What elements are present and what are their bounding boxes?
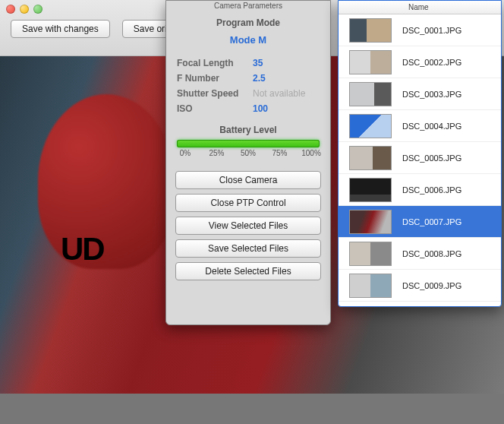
thumbnail-icon [349, 82, 392, 106]
param-label: Focal Length [177, 58, 253, 68]
file-name: DSC_0006.JPG [402, 185, 461, 195]
file-row[interactable]: DSC_0004.JPG [339, 110, 501, 142]
file-list-panel: Name DSC_0001.JPGDSC_0002.JPGDSC_0003.JP… [338, 0, 502, 307]
thumbnail-icon [349, 114, 392, 138]
battery-level-bar [177, 140, 320, 147]
thumbnail-icon [349, 18, 392, 43]
file-row[interactable]: DSC_0008.JPG [339, 238, 501, 270]
file-name: DSC_0007.JPG [402, 217, 461, 226]
file-list[interactable]: DSC_0001.JPGDSC_0002.JPGDSC_0003.JPGDSC_… [339, 14, 501, 306]
param-shutter-speed: Shutter Speed Not available [177, 88, 320, 99]
close-camera-button[interactable]: Close Camera [175, 171, 321, 189]
file-row[interactable]: DSC_0007.JPG [339, 206, 501, 238]
close-ptp-button[interactable]: Close PTP Control [175, 194, 321, 212]
status-strip [0, 394, 504, 424]
program-mode-value: Mode M [166, 34, 330, 46]
tick: 75% [269, 149, 291, 157]
thumbnail-icon [349, 210, 392, 234]
window-controls [6, 5, 43, 14]
param-label: ISO [177, 103, 253, 114]
camera-parameters-panel: Camera Parameters Program Mode Mode M Fo… [165, 0, 331, 325]
param-iso: ISO 100 [177, 103, 320, 114]
battery-ticks: 0% 25% 50% 75% 100% [174, 149, 323, 157]
delete-selected-button[interactable]: Delete Selected Files [175, 262, 321, 280]
param-value: 35 [253, 58, 263, 68]
battery-heading: Battery Level [166, 125, 330, 135]
file-name: DSC_0003.JPG [402, 90, 461, 99]
thumbnail-icon [349, 242, 392, 266]
file-row[interactable]: DSC_0001.JPG [339, 14, 501, 46]
panel-title: Camera Parameters [166, 1, 330, 10]
param-f-number: F Number 2.5 [177, 73, 320, 84]
param-label: Shutter Speed [177, 88, 253, 99]
zoom-window-icon[interactable] [33, 5, 43, 14]
param-focal-length: Focal Length 35 [177, 58, 320, 68]
param-value: 2.5 [253, 73, 266, 84]
close-window-icon[interactable] [6, 5, 15, 14]
param-label: F Number [177, 73, 253, 84]
panel-buttons: Close Camera Close PTP Control View Sele… [175, 171, 321, 280]
file-row[interactable]: DSC_0003.JPG [339, 78, 501, 110]
thumbnail-icon [349, 178, 392, 202]
file-row[interactable]: DSC_0006.JPG [339, 174, 501, 206]
column-name[interactable]: Name [404, 1, 501, 14]
tick: 100% [300, 149, 323, 157]
thumbnail-icon [349, 274, 392, 298]
view-selected-button[interactable]: View Selected Files [175, 217, 321, 235]
tick: 25% [206, 149, 228, 157]
file-name: DSC_0005.JPG [402, 153, 461, 163]
file-name: DSC_0002.JPG [402, 58, 461, 67]
thumbnail-icon [349, 50, 392, 74]
program-mode-heading: Program Mode [166, 17, 330, 28]
column-thumbnail[interactable] [339, 1, 404, 14]
minimize-window-icon[interactable] [20, 5, 29, 14]
file-name: DSC_0009.JPG [402, 281, 461, 290]
file-name: DSC_0004.JPG [402, 122, 461, 131]
tick: 50% [237, 149, 260, 157]
save-selected-button[interactable]: Save Selected Files [175, 239, 321, 258]
save-with-changes-button[interactable]: Save with changes [11, 20, 110, 38]
file-row[interactable]: DSC_0009.JPG [339, 270, 501, 302]
camera-params: Focal Length 35 F Number 2.5 Shutter Spe… [177, 58, 320, 114]
file-row[interactable]: DSC_0002.JPG [339, 46, 501, 78]
preview-overlay-text: UD [61, 231, 104, 267]
param-value: 100 [253, 103, 268, 114]
file-name: DSC_0001.JPG [402, 26, 461, 35]
param-value: Not available [253, 88, 305, 99]
tick: 0% [174, 149, 197, 157]
file-list-header: Name [339, 1, 501, 14]
thumbnail-icon [349, 146, 392, 170]
file-name: DSC_0008.JPG [402, 249, 461, 258]
file-row[interactable]: DSC_0005.JPG [339, 142, 501, 174]
